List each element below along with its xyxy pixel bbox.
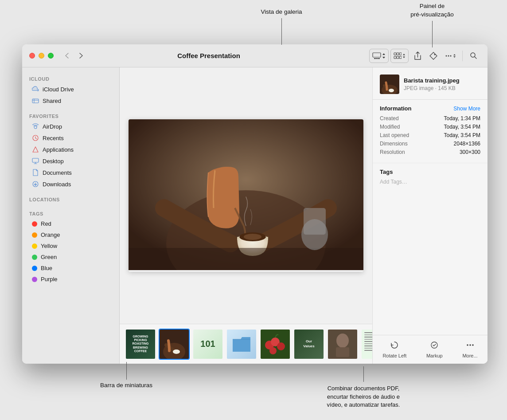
svg-rect-28 <box>304 208 326 235</box>
more-button[interactable] <box>442 49 459 63</box>
gallery-area[interactable] <box>120 67 372 324</box>
info-title: Information <box>380 105 412 112</box>
svg-point-11 <box>446 55 447 56</box>
created-label: Created <box>380 115 399 122</box>
sidebar-item-documents[interactable]: Documents <box>25 167 117 178</box>
thumbnail-item[interactable]: GROWINGPICKINGROASTINGBREWINGCOFFEE <box>125 329 156 360</box>
sidebar-item-desktop[interactable]: Desktop <box>25 155 117 167</box>
tag-icon <box>429 51 438 60</box>
shared-icon <box>32 97 39 104</box>
tag-button[interactable] <box>426 49 441 63</box>
svg-rect-26 <box>129 248 363 270</box>
thumbnail-item[interactable] <box>260 329 291 360</box>
resolution-label: Resolution <box>380 149 405 155</box>
bottom-action-annotation: Combinar documentos PDF, encurtar fichei… <box>301 366 425 409</box>
svg-point-35 <box>277 342 285 350</box>
tag-purple-label: Purple <box>41 276 58 283</box>
tag-blue-label: Blue <box>41 265 52 271</box>
preview-toolbar: Rotate Left Markup <box>373 335 488 364</box>
minimize-button[interactable] <box>39 53 44 59</box>
sidebar-item-tag-blue[interactable]: Blue <box>25 263 117 274</box>
gallery-view-icon <box>372 52 381 59</box>
window-title: Coffee Presentation <box>48 52 369 59</box>
thumb-folder <box>227 330 256 359</box>
tags-section: Tags Add Tags… <box>373 163 488 190</box>
svg-point-36 <box>269 347 277 354</box>
desktop-label: Desktop <box>43 158 64 165</box>
documents-icon <box>32 169 39 176</box>
documents-label: Documents <box>43 169 72 176</box>
dimensions-label: Dimensions <box>380 141 408 147</box>
thumb-berries <box>261 330 290 359</box>
thumb-barista2 <box>328 330 357 359</box>
sidebar-item-recents[interactable]: Recents <box>25 132 117 144</box>
icloud-drive-label: iCloud Drive <box>43 86 74 93</box>
gallery-view-button[interactable] <box>369 49 389 63</box>
show-more-link[interactable]: Show More <box>453 106 480 112</box>
thumbnail-item[interactable] <box>327 329 358 360</box>
group-by-icon <box>394 52 402 59</box>
close-button[interactable] <box>29 53 35 59</box>
svg-rect-7 <box>394 56 396 59</box>
sidebar-item-tag-yellow[interactable]: Yellow <box>25 240 117 251</box>
more-arrows-icon <box>453 54 456 58</box>
svg-rect-4 <box>394 53 396 55</box>
more-tools-icon <box>466 341 475 352</box>
svg-rect-3 <box>378 58 380 59</box>
downloads-label: Downloads <box>43 181 71 188</box>
sidebar-item-airdrop[interactable]: AirDrop <box>25 121 117 132</box>
titlebar: Coffee Presentation <box>22 44 488 67</box>
svg-point-42 <box>389 89 394 92</box>
sidebar-item-tag-purple[interactable]: Purple <box>25 274 117 285</box>
svg-rect-9 <box>399 56 402 59</box>
content-area: iCloud iCloud Drive Shared <box>22 67 488 364</box>
gallery-image <box>129 119 363 272</box>
sidebar-item-icloud-drive[interactable]: iCloud Drive <box>25 83 117 95</box>
preview-thumbnail <box>380 75 399 94</box>
resolution-value: 300×300 <box>460 149 480 155</box>
svg-rect-39 <box>336 347 349 357</box>
svg-rect-1 <box>374 58 376 59</box>
thumbnail-item[interactable] <box>159 329 190 360</box>
svg-rect-8 <box>397 56 399 59</box>
svg-point-13 <box>450 55 452 56</box>
svg-point-46 <box>472 344 474 346</box>
more-tools-button[interactable]: More... <box>457 339 483 360</box>
preview-header: Barista training.jpeg JPEG image · 145 K… <box>373 67 488 100</box>
thumbnail-item[interactable]: OurValues <box>293 329 324 360</box>
add-tags-input[interactable]: Add Tags… <box>380 179 480 185</box>
tag-green-label: Green <box>41 254 57 260</box>
svg-point-10 <box>434 54 436 55</box>
preview-filename: Barista training.jpeg <box>404 77 480 85</box>
svg-rect-18 <box>32 158 39 162</box>
red-tag-dot <box>32 221 37 227</box>
modified-row: Modified Today, 3:54 PM <box>380 124 480 130</box>
share-button[interactable] <box>410 49 425 63</box>
thumbnail-item[interactable] <box>226 329 257 360</box>
preview-spacer <box>373 190 488 335</box>
sidebar-item-downloads[interactable]: Downloads <box>25 178 117 190</box>
sidebar-item-applications[interactable]: Applications <box>25 144 117 155</box>
sidebar-item-tag-red[interactable]: Red <box>25 218 117 229</box>
thumb-101: 101 <box>193 330 222 359</box>
downloads-icon <box>32 181 39 188</box>
preview-file-info: Barista training.jpeg JPEG image · 145 K… <box>404 77 480 92</box>
search-button[interactable] <box>466 49 480 63</box>
svg-point-45 <box>469 344 471 346</box>
thumbnail-item[interactable] <box>361 329 372 360</box>
sidebar-item-shared[interactable]: Shared <box>25 95 117 106</box>
rotate-left-button[interactable]: Rotate Left <box>377 339 412 360</box>
tags-title: Tags <box>380 169 480 175</box>
finder-window: Coffee Presentation <box>22 44 488 364</box>
thumbnail-item[interactable]: 101 <box>192 329 223 360</box>
markup-button[interactable]: Markup <box>421 339 448 360</box>
search-icon <box>470 52 477 59</box>
group-by-button[interactable] <box>390 49 409 63</box>
thumb-coffee-book: GROWINGPICKINGROASTINGBREWINGCOFFEE <box>126 330 155 359</box>
markup-icon <box>430 341 439 352</box>
sidebar: iCloud iCloud Drive Shared <box>22 67 120 364</box>
sidebar-item-tag-green[interactable]: Green <box>25 251 117 263</box>
icloud-drive-icon <box>32 86 39 93</box>
sidebar-item-tag-orange[interactable]: Orange <box>25 229 117 240</box>
rotate-left-label: Rotate Left <box>382 353 406 358</box>
